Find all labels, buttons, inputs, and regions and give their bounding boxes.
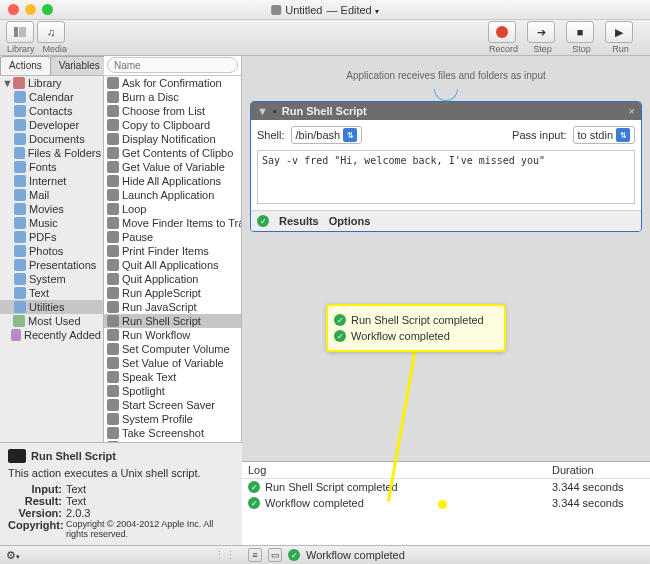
action-list-item[interactable]: Copy to Clipboard xyxy=(104,118,241,132)
library-item[interactable]: Photos xyxy=(0,244,103,258)
action-list-item[interactable]: Hide All Applications xyxy=(104,174,241,188)
shell-label: Shell: xyxy=(257,129,285,141)
action-title: Run Shell Script xyxy=(282,105,624,117)
actions-tab[interactable]: Actions xyxy=(0,56,51,75)
library-item[interactable]: Internet xyxy=(0,174,103,188)
title-text: Untitled xyxy=(285,4,322,16)
window-controls xyxy=(8,4,53,15)
action-list-item[interactable]: Speak Text xyxy=(104,370,241,384)
run-shell-script-action[interactable]: ▼ ▪ Run Shell Script × Shell: /bin/bash⇅… xyxy=(250,101,642,232)
action-list-item[interactable]: Set Computer Volume xyxy=(104,342,241,356)
zoom-window-button[interactable] xyxy=(42,4,53,15)
library-root[interactable]: ▼Library xyxy=(0,76,103,90)
library-item[interactable]: Files & Folders xyxy=(0,146,103,160)
status-bar: ⚙▾ ⋮⋮ ≡ ▭ ✓ Workflow completed xyxy=(0,545,650,564)
options-button[interactable]: Options xyxy=(329,215,371,227)
window-title: Untitled — Edited ▾ xyxy=(271,4,379,16)
action-list-item[interactable]: System Profile xyxy=(104,412,241,426)
action-list-item[interactable]: Choose from List xyxy=(104,104,241,118)
library-item[interactable]: Movies xyxy=(0,202,103,216)
script-textarea[interactable]: Say -v fred "Hi, welcome back, I've miss… xyxy=(257,150,635,204)
action-list-item[interactable]: Start Screen Saver xyxy=(104,398,241,412)
library-item[interactable]: Presentations xyxy=(0,258,103,272)
workflow-canvas[interactable]: Application receives files and folders a… xyxy=(242,56,650,545)
most-used[interactable]: Most Used xyxy=(0,314,103,328)
completion-callout: ✓Run Shell Script completed ✓Workflow co… xyxy=(326,304,506,352)
action-icon xyxy=(107,77,119,89)
library-item[interactable]: Developer xyxy=(0,118,103,132)
document-proxy-icon[interactable] xyxy=(271,5,281,15)
close-action-button[interactable]: × xyxy=(629,105,635,117)
search-input[interactable] xyxy=(107,57,238,73)
action-list-item[interactable]: Run Workflow xyxy=(104,328,241,342)
action-list-item[interactable]: Move Finder Items to Trash xyxy=(104,216,241,230)
step-button[interactable]: ➔ xyxy=(527,21,555,43)
action-list-item[interactable]: Set Value of Variable xyxy=(104,356,241,370)
close-window-button[interactable] xyxy=(8,4,19,15)
library-toolbar-button[interactable] xyxy=(6,21,34,43)
recently-added[interactable]: Recently Added xyxy=(0,328,103,342)
run-button[interactable]: ▶ xyxy=(605,21,633,43)
library-item[interactable]: Utilities xyxy=(0,300,103,314)
resize-grip-icon[interactable]: ⋮⋮ xyxy=(214,549,236,562)
check-icon: ✓ xyxy=(288,549,300,561)
library-item[interactable]: Documents xyxy=(0,132,103,146)
gear-icon[interactable]: ⚙▾ xyxy=(6,549,20,562)
view-log-button[interactable]: ≡ xyxy=(248,548,262,562)
action-list-item[interactable]: Ask for Confirmation xyxy=(104,76,241,90)
library-item[interactable]: Contacts xyxy=(0,104,103,118)
chevron-updown-icon: ⇅ xyxy=(616,128,630,142)
pass-input-select[interactable]: to stdin⇅ xyxy=(573,126,635,144)
disclosure-triangle-icon[interactable]: ▼ xyxy=(257,105,268,117)
action-list-item[interactable]: Take Screenshot xyxy=(104,426,241,440)
action-icon xyxy=(107,427,119,439)
action-list-item[interactable]: Run AppleScript xyxy=(104,286,241,300)
record-button[interactable] xyxy=(488,21,516,43)
library-item[interactable]: Text xyxy=(0,286,103,300)
library-item[interactable]: Fonts xyxy=(0,160,103,174)
action-list-item[interactable]: Launch Application xyxy=(104,188,241,202)
library-item[interactable]: Calendar xyxy=(0,90,103,104)
action-list-item[interactable]: Run JavaScript xyxy=(104,300,241,314)
stop-button[interactable]: ■ xyxy=(566,21,594,43)
action-list-item[interactable]: Quit All Applications xyxy=(104,258,241,272)
action-icon xyxy=(107,287,119,299)
action-list-item[interactable]: Spotlight xyxy=(104,384,241,398)
action-list-item[interactable]: Print Finder Items xyxy=(104,244,241,258)
callout-pointer-dot xyxy=(438,500,447,509)
action-list-item[interactable]: Quit Application xyxy=(104,272,241,286)
library-item[interactable]: Music xyxy=(0,216,103,230)
action-icon xyxy=(107,371,119,383)
action-icon xyxy=(107,259,119,271)
action-list-item[interactable]: Run Shell Script xyxy=(104,314,241,328)
action-icon xyxy=(107,119,119,131)
action-list-item[interactable]: Pause xyxy=(104,230,241,244)
action-list-item[interactable]: Display Notification xyxy=(104,132,241,146)
view-steps-button[interactable]: ▭ xyxy=(268,548,282,562)
variables-tab[interactable]: Variables xyxy=(50,56,109,75)
svg-rect-1 xyxy=(19,27,26,37)
library-item[interactable]: System xyxy=(0,272,103,286)
check-icon: ✓ xyxy=(334,330,346,342)
action-icon xyxy=(107,329,119,341)
chevron-updown-icon: ⇅ xyxy=(343,128,357,142)
action-list-item[interactable]: Loop xyxy=(104,202,241,216)
check-icon: ✓ xyxy=(248,497,260,509)
terminal-icon: ▪ xyxy=(273,105,277,117)
action-icon xyxy=(107,189,119,201)
library-item[interactable]: PDFs xyxy=(0,230,103,244)
toolbar: ♫ LibraryMedia Record ➔Step ■Stop ▶Run xyxy=(0,20,650,56)
results-button[interactable]: Results xyxy=(279,215,319,227)
library-item[interactable]: Mail xyxy=(0,188,103,202)
minimize-window-button[interactable] xyxy=(25,4,36,15)
shell-select[interactable]: /bin/bash⇅ xyxy=(291,126,363,144)
duration-header: Duration xyxy=(552,464,644,476)
media-toolbar-button[interactable]: ♫ xyxy=(37,21,65,43)
action-list-item[interactable]: Get Value of Variable xyxy=(104,160,241,174)
edited-indicator: — Edited ▾ xyxy=(326,4,378,16)
log-header: Log xyxy=(248,464,552,476)
action-list-item[interactable]: Get Contents of Clipbo xyxy=(104,146,241,160)
action-list-item[interactable]: Burn a Disc xyxy=(104,90,241,104)
check-icon: ✓ xyxy=(257,215,269,227)
log-row[interactable]: ✓Run Shell Script completed3.344 seconds xyxy=(242,479,650,495)
